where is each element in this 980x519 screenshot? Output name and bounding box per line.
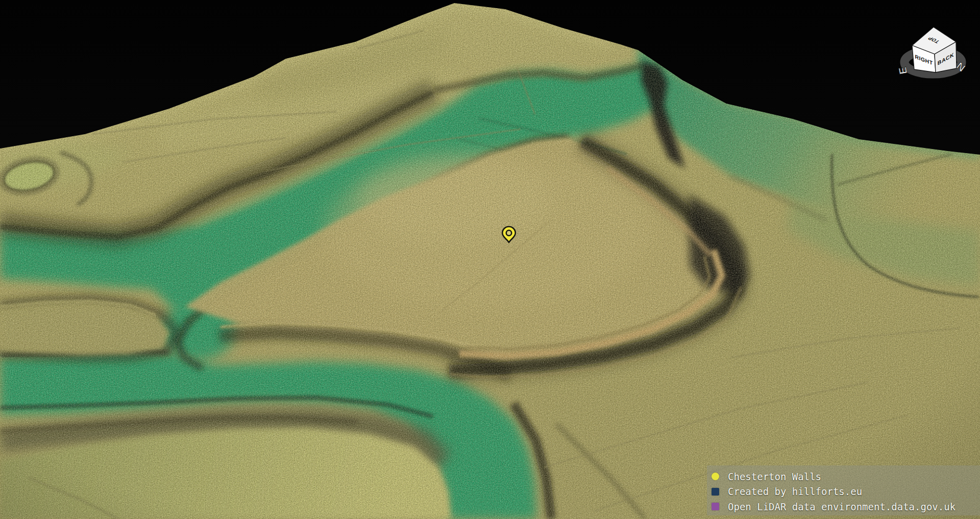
legend-item-label: Open LiDAR data environment.data.gov.uk bbox=[728, 501, 955, 512]
legend-item-label: Chesterton Walls bbox=[728, 471, 821, 482]
compass-east-label: E bbox=[896, 66, 909, 75]
legend-marker-square bbox=[712, 488, 719, 496]
legend-panel: Chesterton Walls Created by hillforts.eu… bbox=[707, 465, 980, 515]
legend-item-site: Chesterton Walls bbox=[712, 469, 980, 484]
legend-marker-circle bbox=[712, 473, 719, 480]
legend-item-datasource: Open LiDAR data environment.data.gov.uk bbox=[712, 499, 980, 514]
legend-marker-square bbox=[712, 503, 719, 510]
legend-item-label: Created by hillforts.eu bbox=[728, 486, 862, 497]
legend-item-credit: Created by hillforts.eu bbox=[712, 484, 980, 500]
site-marker-pin[interactable] bbox=[498, 217, 520, 245]
pin-hole bbox=[506, 230, 511, 235]
navigation-gizmo[interactable]: E N TOP RIGHT BACK bbox=[878, 10, 980, 87]
lidar-viewer: E N TOP RIGHT BACK Chesterton Walls Crea… bbox=[0, 0, 980, 519]
terrain-viewport[interactable] bbox=[0, 0, 980, 519]
